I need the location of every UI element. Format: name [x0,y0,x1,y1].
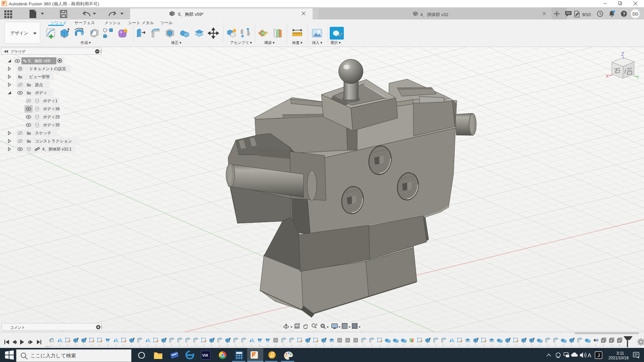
svg-text:2021/10/16: 2021/10/16 [608,356,629,360]
svg-text:J: J [597,352,600,358]
svg-text:ViX: ViX [202,353,208,357]
svg-text:3:11: 3:11 [616,351,624,356]
svg-text:9/10: 9/10 [582,12,591,17]
svg-text:?: ? [623,11,626,16]
svg-text:Y: Y [636,75,639,80]
svg-text:A: A [588,353,591,358]
svg-text:Z: Z [621,51,624,57]
svg-text:X: X [606,74,609,79]
svg-text:DD: DD [633,12,639,16]
